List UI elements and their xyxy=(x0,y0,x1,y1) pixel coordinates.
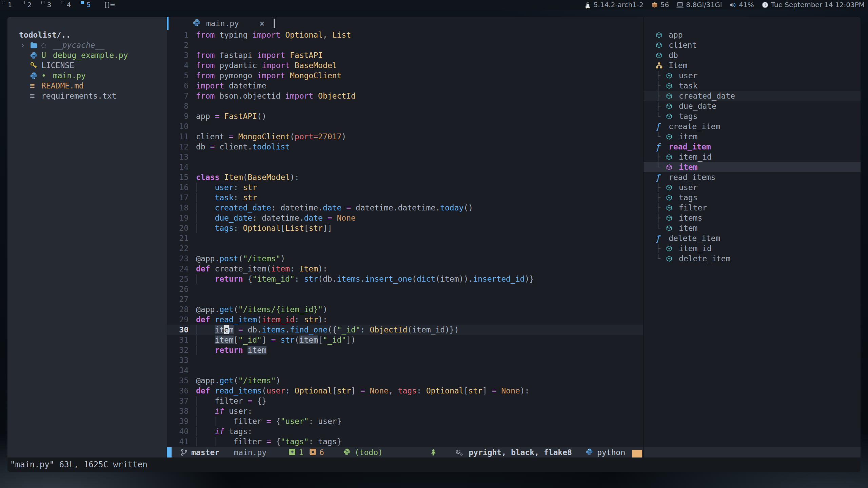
tree-connector: └ xyxy=(656,224,666,232)
tree-item-__pycache__[interactable]: ›◌__pycache__ xyxy=(7,40,167,50)
code-line-17[interactable]: 17▏ task: str xyxy=(167,192,643,203)
code-line-32[interactable]: 32▏ return item xyxy=(167,345,643,355)
code-line-41[interactable]: 41▏ ▏ filter = {"tags": tags} xyxy=(167,436,643,447)
code-line-28[interactable]: 28@app.get("/items/{item_id}") xyxy=(167,304,643,314)
workspace-tag-5[interactable]: 5 xyxy=(79,0,98,9)
code-line-13[interactable]: 13 xyxy=(167,152,643,162)
code-line-34[interactable]: 34 xyxy=(167,365,643,375)
symbol-tags[interactable]: ├tags xyxy=(644,192,861,203)
symbol-create_item[interactable]: ƒcreate_item xyxy=(644,121,861,131)
code-line-38[interactable]: 38▏ if user: xyxy=(167,406,643,416)
code-line-2[interactable]: 2 xyxy=(167,40,643,50)
symbol-item[interactable]: └item xyxy=(644,131,861,142)
symbol-filter[interactable]: ├filter xyxy=(644,203,861,213)
symbol-tags[interactable]: └tags xyxy=(644,111,861,121)
symbol-read_items[interactable]: ƒread_items xyxy=(644,172,861,182)
code-line-24[interactable]: 24def create_item(item: Item): xyxy=(167,264,643,274)
class-icon xyxy=(656,62,669,69)
tree-item-debug_example-py[interactable]: Udebug_example.py xyxy=(7,50,167,60)
line-number: 39 xyxy=(167,416,196,426)
code-line-18[interactable]: 18▏ created_date: datetime.date = dateti… xyxy=(167,203,643,213)
code-line-31[interactable]: 31▏ item["_id"] = str(item["_id"]) xyxy=(167,335,643,345)
line-number: 32 xyxy=(167,345,196,355)
code-buffer[interactable]: 1from typing import Optional, List23from… xyxy=(167,30,643,447)
code-line-36[interactable]: 36def read_items(user: Optional[str] = N… xyxy=(167,386,643,396)
code-line-14[interactable]: 14 xyxy=(167,162,643,172)
treesitter-icon xyxy=(429,448,437,456)
symbol-read_item[interactable]: ƒread_item xyxy=(644,142,861,152)
code-line-5[interactable]: 5from pymongo import MongoClient xyxy=(167,70,643,81)
code-line-10[interactable]: 10 xyxy=(167,121,643,131)
symbol-delete_item[interactable]: └delete_item xyxy=(644,253,861,264)
symbol-label: delete_item xyxy=(679,254,730,263)
symbol-user[interactable]: ├user xyxy=(644,182,861,192)
symbol-label: read_item xyxy=(669,142,711,151)
symbol-client[interactable]: client xyxy=(644,40,861,50)
status-text: 56 xyxy=(660,1,669,9)
symbol-Item[interactable]: Item xyxy=(644,60,861,70)
code-line-19[interactable]: 19▏ due_date: datetime.date = None xyxy=(167,213,643,223)
line-number: 15 xyxy=(167,172,196,182)
symbol-item[interactable]: └item xyxy=(644,162,861,172)
code-line-16[interactable]: 16▏ user: str xyxy=(167,182,643,192)
code-line-20[interactable]: 20▏ tags: Optional[List[str]] xyxy=(167,223,643,233)
symbol-db[interactable]: db xyxy=(644,50,861,60)
workspace-tag-2[interactable]: 2 xyxy=(20,0,39,9)
close-icon[interactable]: × xyxy=(259,18,265,28)
code-text: @app.get("/items/{item_id}") xyxy=(196,304,328,314)
tree-root-folder[interactable]: todolist/.. xyxy=(7,30,167,40)
line-number: 1 xyxy=(167,30,196,40)
code-line-23[interactable]: 23@app.post("/items") xyxy=(167,253,643,264)
workspace-tag-1[interactable]: 1 xyxy=(0,0,20,9)
code-line-25[interactable]: 25▏ return {"item_id": str(db.items.inse… xyxy=(167,274,643,284)
tree-connector: ├ xyxy=(656,92,666,100)
code-text: def read_item(item_id: str): xyxy=(196,314,328,325)
symbol-item_id[interactable]: ├item_id xyxy=(644,243,861,253)
code-line-3[interactable]: 3from fastapi import FastAPI xyxy=(167,50,643,60)
code-line-40[interactable]: 40▏ if tags: xyxy=(167,426,643,436)
code-line-6[interactable]: 6import datetime xyxy=(167,81,643,91)
code-line-15[interactable]: 15class Item(BaseModel): xyxy=(167,172,643,182)
line-number: 17 xyxy=(167,192,196,203)
desktop-wallpaper: 12345 []= 5.14.2-arch1-2568.8Gi/31Gi41%T… xyxy=(0,0,868,488)
symbol-delete_item[interactable]: ƒdelete_item xyxy=(644,233,861,243)
tree-item-requirements-txt[interactable]: ≡requirements.txt xyxy=(7,91,167,101)
plusbox-icon xyxy=(289,449,295,455)
tree-item-LICENSE[interactable]: LICENSE xyxy=(7,60,167,70)
symbol-user[interactable]: ├user xyxy=(644,70,861,81)
python-icon xyxy=(193,19,201,28)
tab-main-py[interactable]: main.py × xyxy=(193,18,265,28)
code-line-4[interactable]: 4from pydantic import BaseModel xyxy=(167,60,643,70)
code-line-1[interactable]: 1from typing import Optional, List xyxy=(167,30,643,40)
code-line-21[interactable]: 21 xyxy=(167,233,643,243)
code-line-27[interactable]: 27 xyxy=(167,294,643,304)
symbol-due_date[interactable]: ├due_date xyxy=(644,101,861,111)
code-line-30[interactable]: 30▏ item = db.items.find_one({"_id": Obj… xyxy=(167,325,643,335)
symbol-task[interactable]: ├task xyxy=(644,81,861,91)
code-text: db = client.todolist xyxy=(196,142,290,152)
workspace-tag-3[interactable]: 3 xyxy=(39,0,59,9)
code-line-9[interactable]: 9app = FastAPI() xyxy=(167,111,643,121)
symbol-item[interactable]: └item xyxy=(644,223,861,233)
statusline-filename: main.py xyxy=(234,448,267,457)
code-line-37[interactable]: 37▏ filter = {} xyxy=(167,396,643,406)
workspace-tag-4[interactable]: 4 xyxy=(59,0,79,9)
tree-item-README-md[interactable]: ≡README.md xyxy=(7,81,167,91)
code-line-22[interactable]: 22 xyxy=(167,243,643,253)
code-line-26[interactable]: 26 xyxy=(167,284,643,294)
code-line-8[interactable]: 8 xyxy=(167,101,643,111)
symbol-created_date[interactable]: ├created_date xyxy=(644,91,861,101)
symbol-item_id[interactable]: ├item_id xyxy=(644,152,861,162)
code-line-39[interactable]: 39▏ ▏ filter = {"user": user} xyxy=(167,416,643,426)
code-line-35[interactable]: 35@app.get("/items") xyxy=(167,375,643,386)
code-line-29[interactable]: 29def read_item(item_id: str): xyxy=(167,314,643,325)
code-line-33[interactable]: 33 xyxy=(167,355,643,365)
code-line-12[interactable]: 12db = client.todolist xyxy=(167,142,643,152)
code-line-7[interactable]: 7from bson.objectid import ObjectId xyxy=(167,91,643,101)
line-number: 35 xyxy=(167,375,196,386)
symbol-items[interactable]: ├items xyxy=(644,213,861,223)
tree-item-main-py[interactable]: •main.py xyxy=(7,70,167,81)
code-line-11[interactable]: 11client = MongoClient(port=27017) xyxy=(167,131,643,142)
git-added-indicator: 1 xyxy=(289,448,303,457)
symbol-app[interactable]: app xyxy=(644,30,861,40)
